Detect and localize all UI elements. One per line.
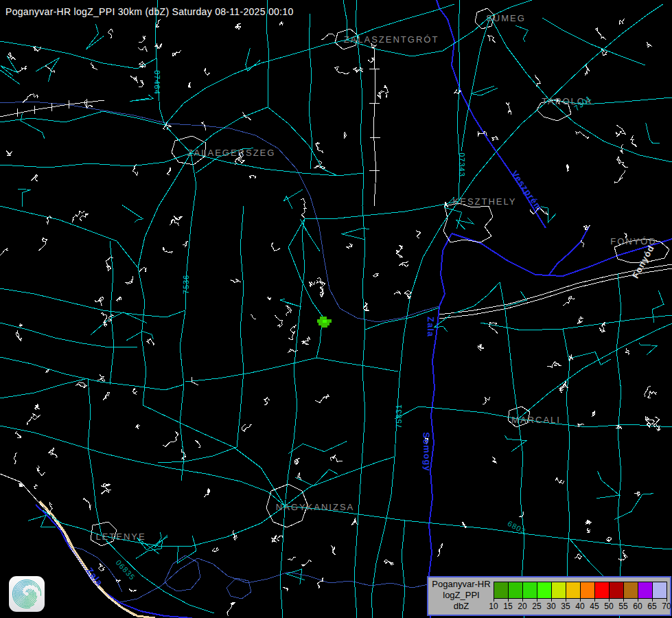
city-label: MARCALI: [511, 415, 561, 425]
dbz-colorbar: [494, 582, 667, 599]
dbz-legend: Poganyvar-HR logZ_PPI dbZ 10152025303540…: [427, 576, 671, 616]
radar-title: Poganyvar-HR logZ_PPI 30km (dbZ) Saturda…: [5, 6, 293, 17]
region-label: Somogy: [421, 432, 433, 472]
spiral-arc: [12, 580, 40, 608]
region-label: Veszprém: [509, 169, 545, 214]
dbz-color-cell: [566, 582, 581, 598]
city-label: SÜMEG: [486, 13, 526, 23]
region-label: Fonyód: [630, 243, 656, 280]
dbz-color-cell: [610, 582, 624, 598]
road-number-label: 6803: [507, 519, 528, 536]
dbz-color-cell: [537, 582, 552, 598]
dbz-color-cell: [494, 582, 509, 598]
city-label: NAGYKANIZSA: [276, 502, 354, 512]
dbz-color-cell: [523, 582, 537, 598]
city-label: ZALASZENTGRÓT: [344, 34, 439, 45]
city-label: ZALAEGERSZEG: [187, 148, 276, 158]
spiral-icon: [9, 576, 45, 612]
road-number-label: 06835: [114, 558, 137, 582]
region-label: Zala: [84, 566, 105, 588]
spiral-arc: [25, 591, 30, 596]
road-number-label: 07464: [153, 70, 161, 95]
region-label: Zala: [426, 317, 436, 337]
dbz-color-cell: [653, 582, 667, 598]
road-number-label: 7536: [182, 275, 190, 294]
map-labels-layer: ZALASZENTGRÓTSÜMEGTAPOLCAZALAEGERSZEGKES…: [0, 0, 672, 618]
dbz-color-cell: [638, 582, 653, 598]
dbz-color-cell: [624, 582, 638, 598]
city-label: LETENYE: [95, 531, 146, 542]
spiral-arc: [16, 584, 37, 604]
road-number-label: 75831: [395, 404, 403, 428]
dbz-tick-value: 70: [658, 602, 672, 611]
hungaromet-spiral-logo: [9, 576, 45, 612]
dbz-color-cell: [581, 582, 595, 598]
dbz-color-cell: [552, 582, 566, 598]
dbz-color-cell: [509, 582, 523, 598]
legend-product-name: Poganyvar-HR: [430, 579, 493, 590]
dbz-color-cell: [595, 582, 610, 598]
radar-screen: ZALASZENTGRÓTSÜMEGTAPOLCAZALAEGERSZEGKES…: [0, 0, 672, 618]
city-label: KESZTHELY: [453, 196, 517, 207]
road-number-label: 07343: [458, 152, 466, 177]
dbz-tick-labels: 10152025303540455055606570: [428, 602, 670, 611]
